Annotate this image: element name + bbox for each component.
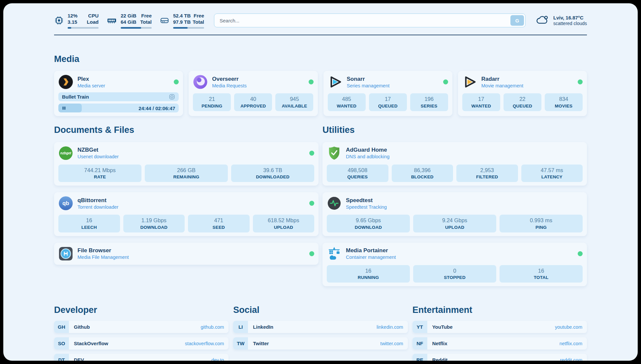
stat-box: 471 SEED bbox=[188, 215, 250, 232]
disk-total-value: 97.9 TB bbox=[173, 19, 191, 25]
speedtest-card[interactable]: Speedtest Speedtest Tracking 9.65 Gbps D… bbox=[322, 192, 587, 236]
stat-box: 40 APPROVED bbox=[234, 93, 272, 111]
disk-total-label: Total bbox=[193, 19, 204, 25]
link-name: DEV bbox=[74, 357, 84, 361]
stat-box: 485 WANTED bbox=[328, 93, 366, 111]
link-url: reddit.com bbox=[560, 357, 587, 361]
search-input[interactable] bbox=[214, 14, 526, 27]
app-subtitle: Torrent downloader bbox=[77, 204, 118, 210]
link-netflix[interactable]: NF Netflix netflix.com bbox=[412, 337, 587, 349]
cpu-load-value: 3.15 bbox=[68, 19, 77, 25]
app-name: Sonarr bbox=[347, 76, 390, 82]
link-stackoverflow[interactable]: SO StackOverflow stackoverflow.com bbox=[54, 337, 229, 349]
dashboard-page: 12% CPU 3.15 Load bbox=[3, 3, 638, 361]
link-name: Twitter bbox=[253, 341, 269, 346]
link-url: linkedin.com bbox=[377, 324, 408, 330]
link-name: YouTube bbox=[432, 324, 453, 330]
adguard-card[interactable]: AdGuard Home DNS and adblocking 498,508 … bbox=[322, 142, 587, 186]
status-online-dot bbox=[309, 151, 314, 156]
status-online-dot bbox=[578, 79, 583, 84]
session-icon bbox=[169, 94, 175, 100]
app-name: NZBGet bbox=[77, 146, 119, 153]
stat-box: 21 PENDING bbox=[193, 93, 231, 111]
portainer-icon bbox=[327, 246, 342, 261]
stat-box: 1.19 Gbps DOWNLOAD bbox=[123, 215, 185, 232]
link-github[interactable]: GH Github github.com bbox=[54, 321, 229, 333]
stat-box: 39.6 TB DOWNLOADED bbox=[231, 165, 314, 182]
app-name: qBittorrent bbox=[77, 197, 118, 204]
stat-box: 86,396 BLOCKED bbox=[392, 165, 453, 182]
stat-box: 744.21 Mbps RATE bbox=[58, 165, 141, 182]
overseerr-card[interactable]: Overseerr Media Requests 21 PENDING 40 A… bbox=[189, 71, 318, 116]
cpu-icon bbox=[54, 15, 64, 25]
nzbget-card[interactable]: nzbget NZBGet Usenet downloader 744.21 M… bbox=[54, 142, 319, 186]
app-subtitle: Speedtest Tracking bbox=[346, 204, 387, 210]
disk-icon bbox=[160, 15, 169, 25]
svg-text:qb: qb bbox=[62, 200, 69, 207]
link-reddit[interactable]: RE Reddit reddit.com bbox=[412, 354, 587, 361]
search-bar: G bbox=[214, 14, 526, 27]
filebrowser-icon bbox=[58, 246, 73, 261]
radarr-card[interactable]: Radarr Movie management 17 WANTED 22 QUE… bbox=[458, 71, 587, 116]
disk-free-value: 52.4 TB bbox=[173, 13, 191, 19]
link-name: Reddit bbox=[432, 357, 448, 361]
plex-card[interactable]: Plex Media server Bullet Train bbox=[54, 71, 183, 116]
link-badge: GH bbox=[54, 321, 69, 333]
stat-box: 47.57 ms LATENCY bbox=[521, 165, 583, 182]
app-name: File Browser bbox=[77, 247, 129, 254]
app-subtitle: DNS and adblocking bbox=[346, 154, 389, 160]
system-widgets: 12% CPU 3.15 Load bbox=[54, 13, 204, 29]
filebrowser-card[interactable]: File Browser Media File Management bbox=[54, 243, 319, 265]
stat-box: 16 TOTAL bbox=[500, 265, 583, 283]
link-url: youtube.com bbox=[555, 324, 587, 330]
disk-widget: 52.4 TB Free 97.9 TB Total bbox=[160, 13, 204, 29]
section-title-utilities: Utilities bbox=[322, 125, 587, 135]
stat-box: 16 RUNNING bbox=[327, 265, 410, 283]
link-url: twitter.com bbox=[380, 341, 408, 346]
app-subtitle: Series management bbox=[347, 83, 390, 89]
media-card-grid: Plex Media server Bullet Train bbox=[54, 71, 587, 116]
app-subtitle: Container management bbox=[346, 254, 396, 260]
app-subtitle: Media File Management bbox=[77, 254, 129, 260]
stat-box: 266 GB REMAINING bbox=[145, 165, 228, 182]
link-youtube[interactable]: YT YouTube youtube.com bbox=[412, 321, 587, 333]
link-linkedin[interactable]: LI LinkedIn linkedin.com bbox=[233, 321, 408, 333]
status-online-dot bbox=[443, 79, 448, 84]
weather-location-temp: Lviv, 16.87°C bbox=[553, 15, 587, 20]
app-subtitle: Movie management bbox=[481, 83, 523, 89]
link-twitter[interactable]: TW Twitter twitter.com bbox=[233, 337, 408, 349]
status-online-dot bbox=[309, 79, 314, 84]
cpu-usage-value: 12% bbox=[68, 13, 77, 19]
top-bar: 12% CPU 3.15 Load bbox=[54, 11, 587, 30]
stat-box: 834 MOVIES bbox=[545, 93, 583, 111]
link-dev[interactable]: DT DEV dev.to bbox=[54, 354, 229, 361]
weather-condition: scattered clouds bbox=[553, 21, 587, 26]
app-subtitle: Usenet downloader bbox=[77, 154, 119, 160]
qbittorrent-icon: qb bbox=[58, 196, 73, 211]
section-title-entertainment: Entertainment bbox=[412, 305, 587, 315]
app-name: AdGuard Home bbox=[346, 146, 389, 153]
ram-widget: 22 GiB Free 64 GiB Total bbox=[107, 13, 152, 29]
link-badge: NF bbox=[412, 337, 427, 349]
cpu-progress-bar bbox=[68, 27, 99, 29]
link-url: netflix.com bbox=[560, 341, 587, 346]
ram-total-label: Total bbox=[140, 19, 152, 25]
pause-icon[interactable] bbox=[62, 106, 66, 110]
stat-box: 498,508 QUERIES bbox=[327, 165, 388, 182]
search-engine-button[interactable]: G bbox=[510, 15, 524, 26]
link-name: StackOverflow bbox=[74, 341, 108, 346]
sonarr-icon bbox=[328, 75, 343, 89]
link-badge: LI bbox=[233, 321, 248, 333]
stat-box: 0.993 ms PING bbox=[500, 215, 583, 232]
link-name: Github bbox=[74, 324, 90, 330]
section-title-documents: Documents & Files bbox=[54, 125, 319, 135]
now-playing-bar: Bullet Train bbox=[58, 92, 179, 101]
app-name: Plex bbox=[77, 76, 105, 82]
sonarr-card[interactable]: Sonarr Series management 485 WANTED 17 Q… bbox=[323, 71, 452, 116]
portainer-card[interactable]: Media Portainer Container management 16 … bbox=[322, 243, 587, 286]
cpu-label: CPU bbox=[88, 13, 99, 19]
stat-box: 0 STOPPED bbox=[413, 265, 496, 283]
stat-box: 2,953 FILTERED bbox=[456, 165, 518, 182]
app-name: Speedtest bbox=[346, 197, 387, 204]
qbittorrent-card[interactable]: qb qBittorrent Torrent downloader 16 LEE… bbox=[54, 192, 319, 236]
